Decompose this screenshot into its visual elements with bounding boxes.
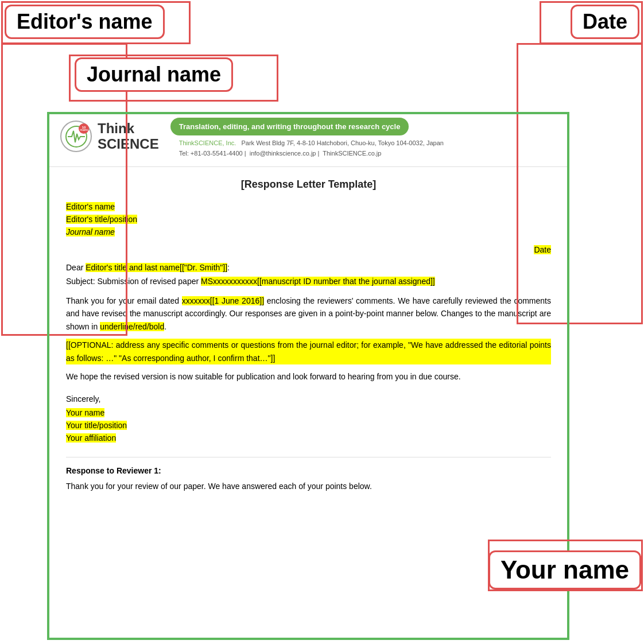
editor-name-field: Editor's name [66, 202, 551, 211]
editor-title-field: Editor's title/position [66, 215, 551, 224]
journal-name-label: Journal name [87, 63, 221, 86]
doc-title: [Response Letter Template] [66, 179, 551, 191]
contact-info: ThinkSCIENCE, Inc. Park West Bldg 7F, 4-… [170, 138, 568, 158]
reviewer-text: Thank you for your review of our paper. … [66, 480, 551, 492]
subject-line: Subject: Submission of revised paper MSx… [66, 277, 551, 286]
contact-address: Park West Bldg 7F, 4-8-10 Hatchobori, Ch… [242, 139, 444, 146]
your-name-annotation: Your name [488, 550, 641, 589]
body-text-1: Thank you for your email dated xxxxxxx[[… [66, 294, 551, 333]
date-right: Date [66, 245, 551, 254]
header-right: Translation, editing, and writing throug… [170, 112, 568, 161]
editors-name-label: Editor's name [17, 10, 153, 33]
logo-circle: 10 YEARS [60, 121, 92, 152]
journal-name-field: Journal name [66, 227, 551, 236]
reviewer-heading: Response to Reviewer 1: [66, 466, 551, 475]
logo-years: 10 YEARS [79, 123, 89, 134]
optional-block: [[OPTIONAL: address any specific comment… [66, 339, 551, 364]
your-name-field: Your name [66, 408, 551, 417]
your-name-label: Your name [501, 556, 629, 584]
journal-name-annotation: Journal name [75, 57, 233, 92]
sincerely: Sincerely, [66, 394, 551, 404]
contact-tel: Tel: +81-03-5541-4400 [179, 150, 243, 157]
doc-header: 10 YEARS Think SCIENCE Translation, edit… [49, 112, 568, 167]
body-text-2: We hope the revised version is now suita… [66, 370, 551, 383]
reviewer-section: Response to Reviewer 1: Thank you for yo… [66, 457, 551, 492]
date-annotation: Date [571, 5, 639, 39]
document: 10 YEARS Think SCIENCE Translation, edit… [49, 112, 568, 510]
dear-line: Dear Editor's title and last name[["Dr. … [66, 263, 551, 272]
contact-email: info@thinkscience.co.jp [250, 150, 316, 157]
your-affiliation-field: Your affiliation [66, 433, 551, 443]
contact-website: ThinkSCIENCE.co.jp [323, 150, 381, 157]
tagline-bar: Translation, editing, and writing throug… [170, 118, 409, 135]
editors-name-annotation: Editor's name [5, 5, 165, 39]
contact-name: ThinkSCIENCE, Inc. [179, 139, 236, 146]
doc-body: [Response Letter Template] Editor's name… [49, 179, 568, 510]
your-title-field: Your title/position [66, 421, 551, 430]
logo-text: Think SCIENCE [98, 121, 159, 152]
logo-section: 10 YEARS Think SCIENCE [49, 112, 170, 161]
date-label: Date [583, 10, 627, 33]
